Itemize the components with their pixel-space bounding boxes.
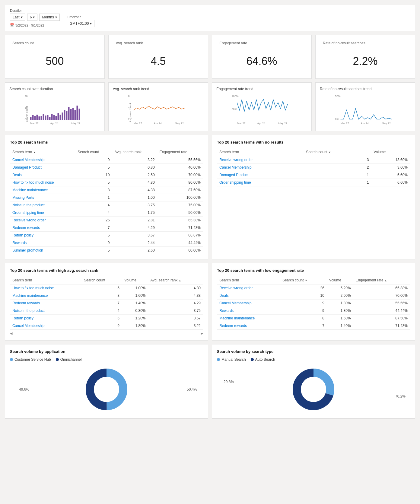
metric-value-0: 500 [12,50,97,72]
col-le-volume[interactable]: Volume [327,276,353,284]
col-le-term[interactable]: Search term [217,276,280,284]
col-search-count[interactable]: Search count [75,148,112,156]
svg-rect-6 [34,116,36,120]
col-nr-volume[interactable]: Volume [371,148,410,156]
metric-value-1: 4.5 [116,50,201,72]
svg-rect-12 [47,115,49,120]
legend-item-2: Manual Search [217,357,246,362]
top20-title: Top 20 search terms [10,140,203,144]
svg-rect-9 [41,116,42,120]
legend-dot-1 [56,358,59,361]
legend-dot-0 [10,358,13,361]
metric-label-2: Engagement rate [219,41,304,45]
svg-text:Mar 27: Mar 27 [237,122,246,125]
svg-text:50%: 50% [335,95,341,98]
svg-text:Apr 24: Apr 24 [257,122,266,125]
top20-search-terms-card: Top 20 search terms Search term ▲ Search… [5,135,208,259]
chart-title-1: Avg. search rank trend [113,87,204,91]
svg-text:Mar 27: Mar 27 [341,122,349,125]
donut-searchtype: Search volume by search type Manual Sear… [212,344,415,419]
top20-tables-row: Top 20 search terms Search term ▲ Search… [5,135,415,259]
legend-label-2: Manual Search [221,357,246,362]
duration-value-select[interactable]: 6 ▾ [27,14,38,21]
donut1-label-left: 49.6% [19,387,29,391]
svg-text:50%: 50% [232,108,237,111]
col-search-term[interactable]: Search term ▲ [10,148,75,156]
col-hr-volume[interactable]: Volume [122,276,148,284]
noresult-title: Top 20 search terms with no results [217,140,410,144]
table-row: Receive wrong order313.60% [217,156,410,164]
svg-rect-26 [77,106,78,120]
table-row: Rewards92.4444.44% [10,239,203,247]
col-nr-term[interactable]: Search term [217,148,304,156]
svg-text:Apr 24: Apr 24 [361,122,369,125]
table-row: Machine maintenance81.60%4.38 [10,292,203,300]
rank-engage-tables-row: Top 20 search terms with high avg. searc… [5,263,415,341]
legend-dot-2 [217,358,220,361]
table-row: How to fix too much noise51.00%4.80 [10,284,203,292]
table-row: Receive wrong order262.8165.38% [10,217,203,224]
svg-text:Apr 24: Apr 24 [50,122,59,125]
svg-rect-20 [64,110,65,120]
col-nr-count[interactable]: Search count ▼ [304,148,371,156]
donut2-title: Search volume by search type [217,349,410,354]
donut2-label-left: 29.8% [224,380,234,384]
duration-control: Duration Last ▾ 6 ▾ Months ▾ 📅 3/2/2022 … [10,9,60,27]
col-hr-rank[interactable]: Avg. search rank ▲ [148,276,203,284]
donut1-label-right: 50.4% [187,387,197,391]
table-row: Order shipping time41.7550.00% [10,209,203,217]
col-le-engage[interactable]: Engagement rate ▲ [353,276,410,284]
table-row: Deals102.00%70.00% [217,292,410,300]
duration-unit-select[interactable]: Months ▾ [39,14,59,21]
legend-dot-3 [251,358,254,361]
metric-value-3: 2.2% [323,50,408,72]
metric-card-avg-rank: Avg. search rank 4.5 [108,35,208,79]
svg-text:8: 8 [128,95,130,98]
svg-text:May 22: May 22 [278,122,288,125]
table-row: Redeem rewards74.2971.43% [10,224,203,232]
table-row: Noise in the product43.7575.00% [10,201,203,209]
table-row: Order shipping time16.60% [217,179,410,186]
top20-table: Search term ▲ Search count Avg. search r… [10,148,203,254]
donut-application: Search volume by application Customer Se… [5,344,208,419]
duration-type-select[interactable]: Last ▾ [10,14,25,21]
svg-text:May 22: May 22 [382,122,391,125]
col-le-count[interactable]: Search count ▼ [280,276,327,284]
svg-rect-5 [32,115,34,120]
legend-item-0: Customer Service Hub [10,357,51,362]
col-avg-rank[interactable]: Avg. search rank [112,148,157,156]
low-engage-card: Top 20 search terms with low engagement … [212,263,415,341]
svg-rect-27 [79,109,80,120]
table-row: Cancel Membership23.60% [217,164,410,171]
table-row: Noise in the product40.80%3.75 [10,307,203,315]
donut1-title: Search volume by application [10,349,203,354]
table-row: Damaged Product15.60% [217,171,410,179]
timezone-select[interactable]: GMT+01:00 ▾ [67,20,95,27]
col-engagement[interactable]: Engagement rate [157,148,203,156]
svg-rect-21 [66,111,68,120]
svg-rect-10 [43,114,44,120]
svg-point-54 [94,377,119,402]
high-rank-card: Top 20 search terms with high avg. searc… [5,263,208,341]
dashboard-page: Duration Last ▾ 6 ▾ Months ▾ 📅 3/2/2022 … [0,0,420,423]
svg-rect-25 [75,110,76,120]
chart-avg-rank: Avg. search rank trend 8 4 2 Avg search … [108,82,208,131]
svg-text:May 22: May 22 [72,122,81,125]
col-hr-term[interactable]: Search term [10,276,81,284]
low-engage-table: Search term Search count ▼ Volume Engage… [217,276,410,330]
svg-text:May 22: May 22 [175,122,184,125]
donut1-chart: 49.6% 50.4% [10,365,203,414]
metric-card-no-result: Rate of no-result searches 2.2% [315,35,415,79]
chart-search-count: Search count over duration 20 10 0 Searc… [5,82,105,131]
legend-item-1: Omnichannel [56,357,82,362]
svg-text:Mar 27: Mar 27 [30,122,39,125]
legend-item-3: Auto Search [251,357,275,362]
svg-rect-16 [56,116,57,120]
low-engage-title: Top 20 search terms with low engagement … [217,268,410,273]
chart-title-0: Search count over duration [9,87,100,91]
table-row: Missing Parts11.00100.00% [10,194,203,201]
svg-point-57 [301,377,326,402]
svg-rect-11 [45,116,46,120]
metric-card-search-count: Search count 500 [5,35,105,79]
col-hr-count[interactable]: Search count [81,276,122,284]
